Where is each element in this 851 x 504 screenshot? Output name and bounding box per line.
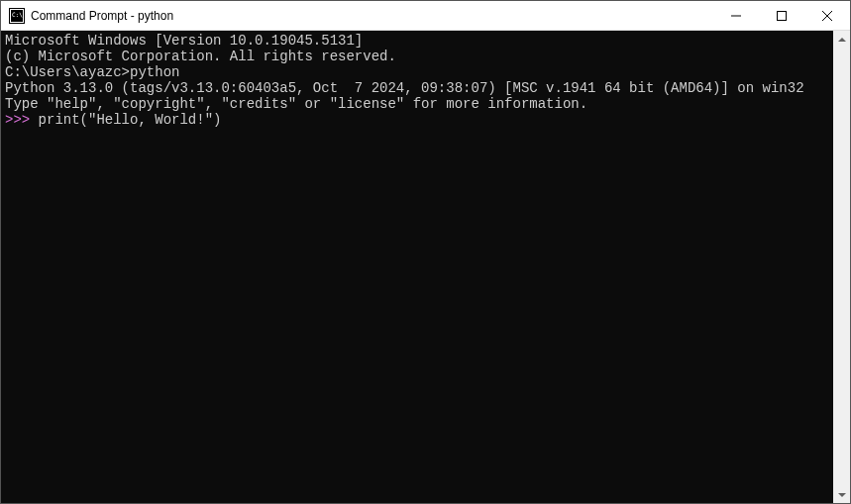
svg-marker-8 xyxy=(838,38,846,42)
terminal-line: Python 3.13.0 (tags/v3.13.0:60403a5, Oct… xyxy=(5,80,829,96)
python-prompt: >>> xyxy=(5,112,39,128)
minimize-button[interactable] xyxy=(713,1,759,30)
maximize-button[interactable] xyxy=(759,1,804,30)
svg-rect-5 xyxy=(778,11,787,20)
command-prompt-window: C:\ Command Prompt - python Microsoft Wi… xyxy=(0,0,851,504)
terminal-line: Microsoft Windows [Version 10.0.19045.51… xyxy=(5,33,829,49)
scroll-down-button[interactable] xyxy=(833,486,850,503)
terminal-area: Microsoft Windows [Version 10.0.19045.51… xyxy=(1,31,850,503)
terminal-line: Type "help", "copyright", "credits" or "… xyxy=(5,96,829,112)
titlebar: C:\ Command Prompt - python xyxy=(1,1,850,31)
close-button[interactable] xyxy=(804,1,850,30)
svg-text:C:\: C:\ xyxy=(12,11,23,18)
cmd-prompt: C:\Users\ayazc> xyxy=(5,64,130,80)
scrollbar-track[interactable] xyxy=(833,48,850,486)
svg-marker-9 xyxy=(838,493,846,497)
window-title: Command Prompt - python xyxy=(31,9,713,23)
terminal-line: (c) Microsoft Corporation. All rights re… xyxy=(5,49,829,64)
scrollbar xyxy=(833,31,850,503)
terminal-line: >>> print("Hello, World!") xyxy=(5,112,829,128)
terminal[interactable]: Microsoft Windows [Version 10.0.19045.51… xyxy=(1,31,833,503)
window-controls xyxy=(713,1,850,30)
python-input: print("Hello, World!") xyxy=(39,112,222,128)
cmd-icon: C:\ xyxy=(9,8,25,24)
terminal-line: C:\Users\ayazc>python xyxy=(5,64,829,80)
cmd-command: python xyxy=(130,64,179,80)
scroll-up-button[interactable] xyxy=(833,31,850,48)
